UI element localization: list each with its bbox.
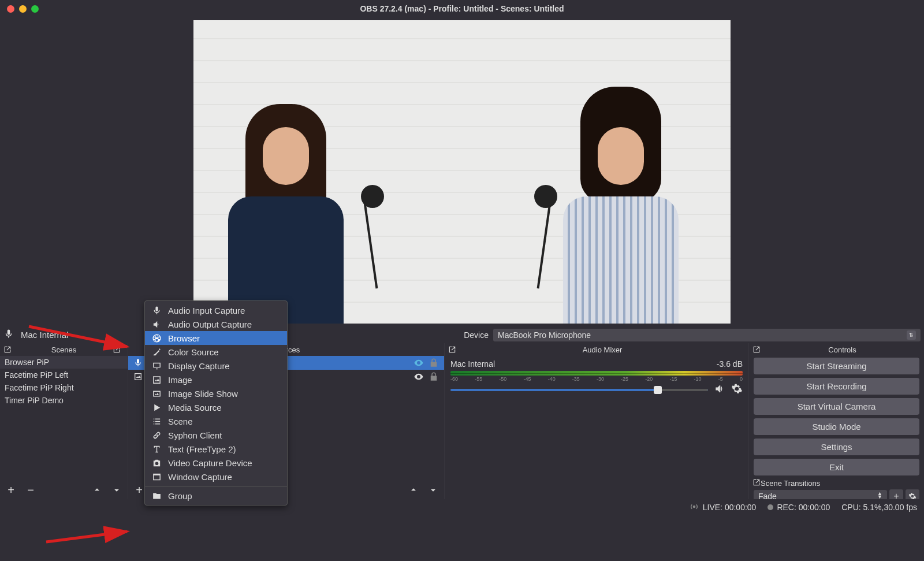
studio-mode-button[interactable]: Studio Mode <box>754 418 919 435</box>
menu-item-window-capture[interactable]: Window Capture <box>145 470 287 484</box>
menu-item-audio-output-capture[interactable]: Audio Output Capture <box>145 317 287 331</box>
menu-item-label: Display Capture <box>168 361 230 371</box>
window-titlebar: OBS 27.2.4 (mac) - Profile: Untitled - S… <box>0 0 924 17</box>
mixer-channel: Mac Internal -3.6 dB -60-55-50-45-40-35-… <box>445 356 748 400</box>
scene-item[interactable]: Facetime PiP Left <box>0 369 128 381</box>
device-dropdown-value: MacBook Pro Microphone <box>498 330 591 340</box>
settings-button[interactable]: Settings <box>754 439 919 455</box>
status-bar: LIVE: 00:00:00 REC: 00:00:00 CPU: 5.1%,3… <box>0 499 924 515</box>
mixer-channel-name: Mac Internal <box>450 359 495 369</box>
image-icon <box>133 371 143 382</box>
controls-panel: Controls Start StreamingStart RecordingS… <box>749 343 924 499</box>
move-scene-down-button[interactable] <box>110 484 123 496</box>
minimize-window-button[interactable] <box>19 5 27 13</box>
exit-button[interactable]: Exit <box>754 459 919 475</box>
menu-item-group[interactable]: Group <box>145 489 287 503</box>
maximize-window-button[interactable] <box>31 5 39 13</box>
add-source-button[interactable]: + <box>133 484 146 496</box>
start-streaming-button[interactable]: Start Streaming <box>754 358 919 374</box>
menu-item-media-source[interactable]: Media Source <box>145 400 287 414</box>
menu-item-label: Scene <box>168 417 193 426</box>
play-icon <box>151 402 162 413</box>
window-icon <box>151 471 162 482</box>
start-recording-button[interactable]: Start Recording <box>754 378 919 395</box>
selected-source-name: Mac Internal <box>21 330 69 340</box>
annotation-arrow <box>46 526 139 551</box>
speaker-icon <box>151 318 162 330</box>
menu-item-label: Audio Input Capture <box>168 306 245 315</box>
image-icon <box>151 374 162 385</box>
chevron-updown-icon: ⇅ <box>907 330 916 340</box>
status-live: LIVE: 00:00:00 <box>703 503 757 512</box>
audio-meter <box>450 371 743 376</box>
brush-icon <box>151 346 162 358</box>
menu-item-text-freetype-2-[interactable]: Text (FreeType 2) <box>145 442 287 456</box>
transition-settings-button[interactable] <box>906 489 919 499</box>
menu-item-browser[interactable]: Browser <box>145 331 287 345</box>
preview-area[interactable] <box>0 17 924 326</box>
broadcast-icon <box>689 501 699 514</box>
lock-toggle[interactable] <box>428 371 439 382</box>
menu-item-label: Color Source <box>168 347 219 357</box>
menu-item-audio-input-capture[interactable]: Audio Input Capture <box>145 303 287 317</box>
mixer-settings-button[interactable] <box>731 383 743 397</box>
folder-icon <box>151 490 162 501</box>
add-transition-button[interactable]: + <box>889 489 903 499</box>
meter-ticks: -60-55-50-45-40-35-30-25-20-15-10-50 <box>450 376 743 382</box>
mic-icon <box>151 304 162 316</box>
mixer-channel-db: -3.6 dB <box>717 359 743 369</box>
move-source-up-button[interactable] <box>407 484 420 496</box>
menu-item-color-source[interactable]: Color Source <box>145 345 287 359</box>
move-scene-up-button[interactable] <box>91 484 103 496</box>
mute-button[interactable] <box>714 383 725 397</box>
add-scene-button[interactable]: + <box>5 484 17 496</box>
pop-out-icon[interactable] <box>752 478 761 488</box>
monitor-icon <box>151 360 162 371</box>
transition-dropdown[interactable]: Fade▲▼ <box>754 490 887 499</box>
status-rec: REC: 00:00:00 <box>777 503 830 512</box>
menu-item-video-capture-device[interactable]: Video Capture Device <box>145 456 287 470</box>
menu-item-image[interactable]: Image <box>145 373 287 387</box>
visibility-toggle[interactable] <box>413 371 424 382</box>
pop-out-icon[interactable] <box>448 345 456 354</box>
pop-out-icon[interactable] <box>752 345 761 354</box>
menu-item-label: Image <box>168 375 192 385</box>
menu-item-label: Window Capture <box>168 472 232 482</box>
window-controls <box>7 5 39 13</box>
menu-item-label: Audio Output Capture <box>168 319 252 329</box>
menu-item-image-slide-show[interactable]: Image Slide Show <box>145 387 287 400</box>
menu-item-label: Image Slide Show <box>168 389 238 399</box>
svg-line-2 <box>46 532 127 542</box>
microphone-icon <box>133 358 143 368</box>
move-source-down-button[interactable] <box>427 484 439 496</box>
scene-item[interactable]: Facetime PiP Right <box>0 381 128 394</box>
transitions-title: Scene Transitions <box>761 479 820 488</box>
close-window-button[interactable] <box>7 5 14 13</box>
menu-item-syphon-client[interactable]: Syphon Client <box>145 428 287 442</box>
pop-out-icon[interactable] <box>3 345 12 354</box>
source-properties-bar: Mac Internal Device MacBook Pro Micropho… <box>0 326 924 343</box>
audio-mixer-panel: Audio Mixer Mac Internal -3.6 dB -60-55-… <box>445 343 749 499</box>
add-source-context-menu[interactable]: Audio Input CaptureAudio Output CaptureB… <box>144 300 288 506</box>
pop-out-icon[interactable] <box>113 345 121 354</box>
device-label: Device <box>464 330 489 340</box>
menu-item-display-capture[interactable]: Display Capture <box>145 359 287 373</box>
controls-panel-title: Controls <box>828 345 856 354</box>
menu-item-label: Text (FreeType 2) <box>168 444 236 454</box>
record-indicator-icon <box>767 504 773 510</box>
globe-icon <box>151 332 162 344</box>
device-dropdown[interactable]: MacBook Pro Microphone ⇅ <box>493 329 921 341</box>
visibility-toggle[interactable] <box>413 357 424 369</box>
menu-item-label: Media Source <box>168 403 222 413</box>
scene-item[interactable]: Timer PiP Demo <box>0 394 128 407</box>
slides-icon <box>151 388 162 399</box>
scene-item[interactable]: Browser PiP <box>0 356 128 369</box>
lock-toggle[interactable] <box>428 357 439 369</box>
remove-scene-button[interactable]: − <box>24 484 37 496</box>
start-virtual-camera-button[interactable]: Start Virtual Camera <box>754 398 919 415</box>
mixer-panel-title: Audio Mixer <box>583 345 623 354</box>
preview-canvas[interactable] <box>193 20 731 324</box>
svg-point-0 <box>693 505 696 508</box>
menu-item-scene[interactable]: Scene <box>145 414 287 428</box>
volume-slider[interactable] <box>450 389 708 391</box>
